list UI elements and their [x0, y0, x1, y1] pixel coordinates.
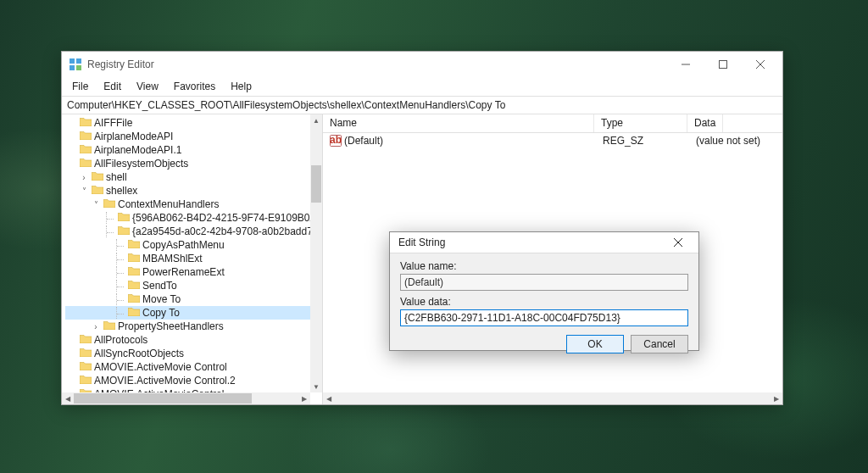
folder-icon: [128, 239, 140, 248]
tree-item[interactable]: Copy To: [65, 306, 310, 320]
scroll-down-icon[interactable]: ▼: [310, 381, 322, 392]
menu-favorites[interactable]: Favorites: [167, 79, 222, 94]
value-data: (value not set): [689, 135, 760, 147]
scroll-left-icon[interactable]: ◀: [323, 392, 335, 404]
tree-item-label: AMOVIE.ActiveMovie Control: [94, 361, 227, 373]
folder-icon: [80, 144, 92, 153]
tree-item[interactable]: PowerRenameExt: [65, 265, 310, 279]
folder-icon: [80, 131, 92, 140]
scroll-up-icon[interactable]: ▲: [310, 114, 322, 126]
value-name: (Default): [344, 135, 383, 147]
tree-item[interactable]: {596AB062-B4D2-4215-9F74-E9109B0A8153}: [65, 211, 310, 225]
folder-icon: [128, 253, 140, 262]
edit-string-dialog: Edit String Value name: Value data: OK C…: [389, 231, 699, 351]
tree-item-label: PowerRenameExt: [142, 266, 225, 278]
tree-scrollbar-horizontal[interactable]: ◀ ▶: [62, 392, 310, 404]
reg-string-icon: ab: [330, 135, 342, 147]
menu-file[interactable]: File: [65, 79, 95, 94]
folder-icon: [92, 185, 103, 194]
folder-icon: [92, 171, 103, 181]
menu-help[interactable]: Help: [224, 79, 259, 94]
scroll-right-icon[interactable]: ▶: [771, 392, 782, 404]
scroll-left-icon[interactable]: ◀: [62, 392, 74, 404]
tree-item[interactable]: MBAMShlExt: [65, 252, 310, 265]
tree-item[interactable]: AllSyncRootObjects: [65, 347, 310, 360]
value-data-label: Value data:: [400, 296, 688, 308]
folder-icon: [80, 334, 92, 343]
value-row[interactable]: ab(Default)REG_SZ(value not set): [323, 133, 782, 148]
collapse-icon[interactable]: ˅: [91, 200, 101, 209]
folder-icon: [80, 361, 92, 370]
column-header-data[interactable]: Data: [687, 114, 723, 132]
titlebar: Registry Editor: [62, 52, 782, 77]
tree-item-label: AllProtocols: [94, 334, 147, 346]
tree-item[interactable]: {a2a9545d-a0c2-42b4-9708-a0b2badd77c8}: [65, 225, 310, 238]
folder-icon: [80, 375, 92, 384]
tree-item-label: {a2a9545d-a0c2-42b4-9708-a0b2badd77c8}: [132, 225, 310, 237]
folder-icon: [128, 293, 140, 303]
dialog-title: Edit String: [398, 236, 663, 248]
tree-item[interactable]: AllFilesystemObjects: [65, 157, 310, 170]
folder-icon: [118, 225, 130, 235]
tree-scrollbar-vertical[interactable]: ▲ ▼: [310, 114, 322, 392]
tree-item-label: shellex: [106, 185, 137, 197]
dialog-close-button[interactable]: [663, 232, 693, 253]
tree-item[interactable]: CopyAsPathMenu: [65, 238, 310, 252]
column-header-name[interactable]: Name: [323, 114, 594, 132]
tree-item-label: MBAMShlExt: [142, 253, 203, 264]
menubar: File Edit View Favorites Help: [62, 77, 782, 96]
cancel-button[interactable]: Cancel: [631, 335, 688, 353]
folder-icon: [80, 348, 92, 357]
svg-rect-0: [70, 58, 75, 64]
tree-item-label: PropertySheetHandlers: [118, 320, 224, 332]
dialog-titlebar: Edit String: [390, 232, 698, 253]
svg-rect-2: [70, 65, 75, 70]
tree-item[interactable]: ˅shellex: [65, 184, 310, 198]
tree-item[interactable]: AMOVIE.ActiveMovie Control.2: [65, 374, 310, 387]
menu-edit[interactable]: Edit: [97, 79, 128, 94]
values-header: Name Type Data: [323, 114, 782, 133]
tree-item[interactable]: Move To: [65, 292, 310, 306]
tree-scroll-thumb-h[interactable]: [74, 393, 252, 403]
tree-item-label: CopyAsPathMenu: [142, 239, 225, 251]
tree-item[interactable]: ›PropertySheetHandlers: [65, 320, 310, 333]
tree-item-label: shell: [106, 171, 127, 183]
maximize-button[interactable]: [704, 53, 742, 76]
tree-item-label: AllSyncRootObjects: [94, 348, 184, 359]
column-header-type[interactable]: Type: [594, 114, 687, 132]
menu-view[interactable]: View: [130, 79, 165, 94]
tree-item[interactable]: SendTo: [65, 279, 310, 292]
tree-pane: AIFFFileAirplaneModeAPIAirplaneModeAPI.1…: [62, 114, 323, 404]
collapse-icon[interactable]: ˅: [79, 186, 89, 196]
close-button[interactable]: [742, 53, 779, 76]
expand-icon[interactable]: ›: [91, 322, 101, 331]
tree-item-label: Move To: [142, 293, 181, 305]
minimize-button[interactable]: [667, 53, 704, 76]
folder-icon: [80, 117, 92, 126]
tree-item[interactable]: ˅ContextMenuHandlers: [65, 198, 310, 211]
tree-item[interactable]: AllProtocols: [65, 333, 310, 347]
address-text: Computer\HKEY_CLASSES_ROOT\AllFilesystem…: [67, 99, 505, 111]
scroll-right-icon[interactable]: ▶: [298, 392, 310, 404]
ok-button[interactable]: OK: [566, 335, 624, 353]
tree-item[interactable]: ›shell: [65, 170, 310, 184]
tree-scroll-thumb[interactable]: [311, 165, 321, 203]
expand-icon[interactable]: ›: [79, 173, 89, 182]
tree-item[interactable]: AMOVIE.ActiveMovie Control: [65, 360, 310, 374]
values-scrollbar-horizontal[interactable]: ◀ ▶: [323, 392, 782, 404]
window-title: Registry Editor: [87, 58, 667, 70]
value-data-input[interactable]: [400, 309, 688, 326]
tree-item-label: SendTo: [142, 280, 177, 292]
tree-item-label: AMOVIE.ActiveMovie Control.2: [94, 375, 236, 387]
regedit-icon: [69, 58, 82, 71]
tree-item-label: AIFFFile: [94, 117, 132, 129]
value-name-input[interactable]: [400, 274, 688, 291]
tree-item[interactable]: AirplaneModeAPI: [65, 130, 310, 143]
svg-text:ab: ab: [330, 135, 342, 146]
tree-item[interactable]: AIFFFile: [65, 116, 310, 130]
address-bar[interactable]: Computer\HKEY_CLASSES_ROOT\AllFilesystem…: [62, 96, 782, 114]
tree-item-label: AirplaneModeAPI.1: [94, 144, 181, 156]
folder-icon: [103, 320, 115, 330]
folder-icon: [128, 280, 140, 289]
tree-item[interactable]: AirplaneModeAPI.1: [65, 143, 310, 157]
